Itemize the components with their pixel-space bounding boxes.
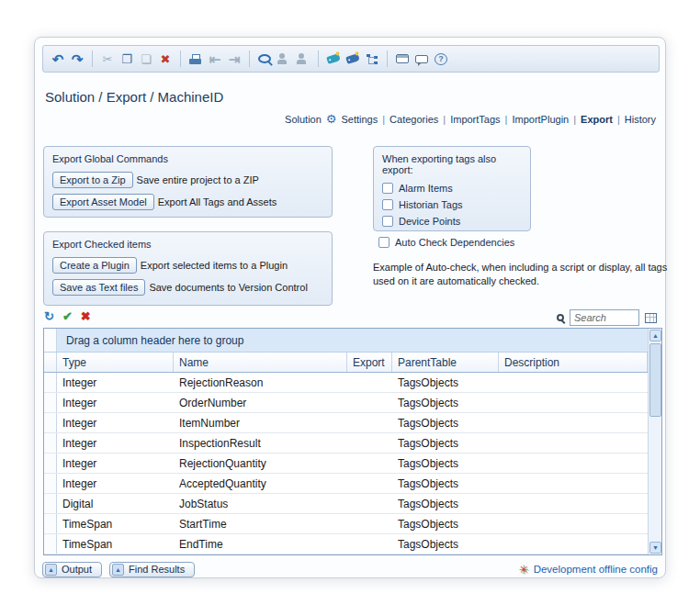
cell-description — [499, 413, 648, 432]
nav-solution-label[interactable]: Solution — [285, 114, 322, 125]
create-a-plugin-button[interactable]: Create a Plugin — [52, 257, 137, 274]
comment-icon[interactable] — [415, 55, 428, 63]
search-icon[interactable] — [258, 54, 271, 63]
copy-icon[interactable]: ❐ — [120, 51, 133, 66]
import-file-icon[interactable]: ⇤ — [209, 51, 221, 66]
help-icon[interactable]: ? — [435, 53, 447, 65]
output-panel-button[interactable]: ▲Output — [42, 562, 102, 577]
tags-grid: Drag a column header here to group TypeN… — [43, 328, 662, 555]
cell-description — [499, 454, 648, 473]
column-header-type[interactable]: Type — [57, 353, 174, 372]
tree-icon[interactable] — [366, 53, 378, 64]
nav-tabs-container: Solution ⚙ Settings|Categories|ImportTag… — [285, 112, 656, 126]
table-row[interactable]: TimeSpanStartTimeTagsObjects — [44, 514, 648, 534]
checkbox-label: Alarm Items — [399, 183, 453, 194]
nav-separator: | — [573, 114, 576, 125]
export-to-a-zip-button[interactable]: Export to a Zip — [52, 172, 133, 188]
cell-parenttable: TagsObjects — [392, 514, 499, 533]
column-header-description[interactable]: Description — [499, 353, 648, 372]
checkbox-list: Alarm ItemsHistorian TagsDevice Points — [382, 183, 522, 227]
scrollbar-thumb[interactable] — [649, 343, 661, 417]
scroll-up-icon[interactable]: ▲ — [649, 330, 661, 342]
table-row[interactable]: IntegerAcceptedQuantityTagsObjects — [44, 474, 648, 494]
cell-parenttable: TagsObjects — [392, 494, 499, 513]
column-header-parenttable[interactable]: ParentTable — [392, 353, 499, 372]
refresh-icon[interactable]: ↻ — [44, 310, 54, 322]
collapse-icon: ▲ — [112, 564, 124, 576]
grid-header-row: TypeNameExportParentTableDescription — [44, 353, 648, 373]
check-all-icon[interactable]: ✔ — [62, 310, 73, 322]
nav-tab-categories[interactable]: Categories — [390, 114, 438, 125]
main-toolbar: ↶↷✂❐❏✖⇤⇥? — [42, 45, 660, 73]
undo-icon[interactable]: ↶ — [51, 51, 64, 66]
row-gutter[interactable] — [44, 393, 57, 412]
cell-name: RejectionQuantity — [174, 454, 347, 473]
table-row[interactable]: IntegerRejectionReasonTagsObjects — [44, 373, 648, 393]
redo-icon[interactable]: ↷ — [71, 51, 84, 66]
group-by-bar[interactable]: Drag a column header here to group — [44, 329, 648, 353]
gear-icon[interactable]: ⚙ — [326, 112, 337, 126]
statusbar-panels: ▲Output▲Find Results — [42, 562, 195, 577]
table-row[interactable]: TimeSpanEndTimeTagsObjects — [44, 534, 648, 554]
cell-name: OrderNumber — [174, 393, 347, 412]
row-gutter[interactable] — [44, 474, 57, 493]
cell-type: Digital — [57, 494, 174, 513]
nav-separator: | — [617, 114, 620, 125]
search-input[interactable] — [570, 309, 639, 326]
row-gutter[interactable] — [44, 494, 57, 513]
nav-tab-importtags[interactable]: ImportTags — [450, 114, 500, 125]
save-as-text-files-button[interactable]: Save as Text files — [52, 279, 145, 296]
nav-tab-export[interactable]: Export — [581, 114, 613, 125]
row-gutter[interactable] — [44, 534, 57, 554]
scroll-down-icon[interactable]: ▼ — [649, 542, 661, 554]
table-row[interactable]: DigitalJobStatusTagsObjects — [44, 494, 648, 514]
table-row[interactable]: IntegerOrderNumberTagsObjects — [44, 393, 648, 413]
column-header-export[interactable]: Export — [347, 353, 392, 372]
row-gutter[interactable] — [44, 454, 57, 473]
panel-label: Output — [62, 564, 92, 575]
alarm-items-checkbox[interactable] — [382, 183, 393, 194]
column-chooser-icon[interactable] — [645, 313, 657, 323]
checkbox-row: Alarm Items — [382, 183, 522, 194]
tag-alt-icon[interactable] — [345, 53, 360, 64]
paste-icon[interactable]: ❏ — [140, 51, 152, 66]
checkbox-row: Historian Tags — [382, 199, 522, 210]
row-gutter[interactable] — [44, 433, 57, 453]
user-icon[interactable] — [297, 53, 310, 64]
column-header-name[interactable]: Name — [174, 353, 347, 372]
table-row[interactable]: IntegerRejectionQuantityTagsObjects — [44, 454, 648, 474]
cell-name: RejectionReason — [174, 373, 347, 392]
row-gutter[interactable] — [44, 373, 57, 392]
auto-check-dependencies-checkbox[interactable] — [378, 237, 390, 248]
find-results-panel-button[interactable]: ▲Find Results — [109, 562, 195, 577]
row-gutter[interactable] — [44, 413, 57, 432]
table-row[interactable]: IntegerItemNumberTagsObjects — [44, 413, 648, 433]
open-window-icon[interactable] — [396, 54, 409, 63]
cell-parenttable: TagsObjects — [392, 413, 499, 432]
checkbox-label: Device Points — [399, 216, 460, 227]
cut-icon[interactable]: ✂ — [101, 51, 114, 66]
config-star-icon: ✳ — [519, 563, 529, 577]
delete-icon[interactable]: ✖ — [159, 51, 172, 66]
cell-type: Integer — [57, 474, 174, 493]
find-user-icon[interactable] — [277, 53, 290, 64]
row-gutter — [44, 353, 57, 372]
command-row: Export Asset ModelExport All Tags and As… — [52, 194, 323, 210]
row-gutter[interactable] — [44, 514, 57, 533]
export-asset-model-button[interactable]: Export Asset Model — [52, 194, 154, 210]
export-file-icon[interactable]: ⇥ — [228, 51, 241, 66]
device-points-checkbox[interactable] — [382, 216, 393, 227]
cell-type: TimeSpan — [57, 534, 174, 554]
nav-tab-settings[interactable]: Settings — [341, 114, 378, 125]
table-row[interactable]: IntegerInspectionResultTagsObjects — [44, 433, 648, 454]
cell-name: ItemNumber — [174, 413, 347, 432]
grid-vertical-scrollbar[interactable]: ▲ ▼ — [648, 329, 661, 554]
historian-tags-checkbox[interactable] — [382, 199, 393, 210]
tag-icon[interactable] — [326, 53, 341, 64]
development-config-status[interactable]: ✳ Development offline config — [519, 563, 658, 577]
cell-description — [499, 373, 648, 392]
nav-tab-importplugin[interactable]: ImportPlugin — [512, 114, 569, 125]
uncheck-all-icon[interactable]: ✖ — [81, 310, 91, 322]
nav-tab-history[interactable]: History — [625, 114, 656, 125]
print-icon[interactable] — [189, 54, 202, 64]
